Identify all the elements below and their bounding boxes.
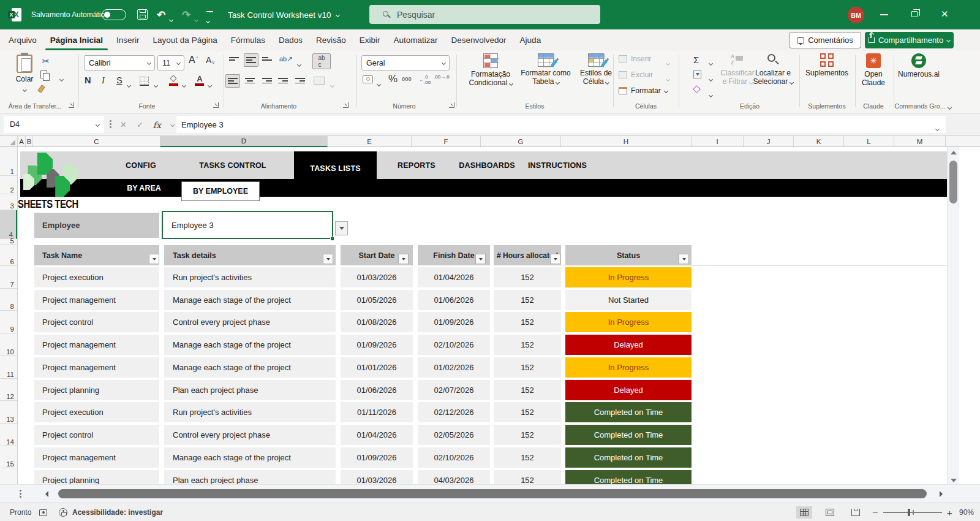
save-icon[interactable] xyxy=(137,9,148,20)
insert-cells-button[interactable]: Inserir xyxy=(619,55,651,63)
formula-input[interactable]: Employee 3 xyxy=(176,116,946,133)
clear-icon[interactable] xyxy=(694,86,699,92)
row-5[interactable]: 5 xyxy=(0,239,17,245)
cell-task-details[interactable]: Manage each stage of the project xyxy=(164,447,336,468)
number-format-select[interactable]: Geral xyxy=(361,55,450,70)
cut-icon[interactable]: ✂ xyxy=(39,56,53,67)
scroll-right-icon[interactable] xyxy=(940,491,943,497)
thousands-icon[interactable]: 000 xyxy=(402,75,412,82)
addins-button[interactable]: Suplementos xyxy=(802,53,851,77)
status-badge[interactable]: In Progress xyxy=(565,357,692,378)
row-13[interactable]: 13 xyxy=(0,401,17,424)
status-badge[interactable]: In Progress xyxy=(565,312,692,332)
font-name-select[interactable]: Calibri xyxy=(84,55,155,70)
row-2[interactable]: 2 xyxy=(0,176,17,194)
tab-revisao[interactable]: Revisão xyxy=(315,34,347,46)
cell-finish-date[interactable]: 02/07/2026 xyxy=(418,380,490,400)
cell-task-name[interactable]: Project planning xyxy=(34,470,159,485)
filter-status[interactable] xyxy=(679,254,689,264)
align-right-icon[interactable] xyxy=(262,77,272,85)
col-L[interactable]: L xyxy=(844,136,894,146)
col-I[interactable]: I xyxy=(692,136,744,146)
row-8[interactable]: 8 xyxy=(0,289,17,311)
tab-pagina-inicial[interactable]: Página Inicial xyxy=(49,34,104,46)
decrease-decimal-icon[interactable]: .00→.0 xyxy=(434,74,450,80)
cell-hours[interactable]: 152 xyxy=(494,290,561,310)
row-14[interactable]: 14 xyxy=(0,424,17,446)
restore-button[interactable] xyxy=(911,11,918,17)
scrollbar-grip-icon[interactable] xyxy=(20,490,22,499)
cell-task-name[interactable]: Project control xyxy=(34,425,159,445)
row-4[interactable]: 4 xyxy=(0,210,17,239)
align-left-icon[interactable] xyxy=(225,74,240,88)
status-badge[interactable]: Delayed xyxy=(565,335,692,355)
accounting-format-icon[interactable] xyxy=(363,75,373,83)
cell-finish-date[interactable]: 01/09/2026 xyxy=(418,312,490,332)
cell-start-date[interactable]: 01/09/2026 xyxy=(341,447,413,468)
increase-font-icon[interactable]: A^ xyxy=(189,55,198,66)
row-6[interactable]: 6 xyxy=(0,245,17,266)
expand-formula-bar-icon[interactable] xyxy=(936,122,939,133)
name-box[interactable]: D4 xyxy=(4,116,104,133)
font-size-select[interactable]: 11 xyxy=(157,55,184,70)
zoom-out-icon[interactable]: − xyxy=(872,503,878,521)
align-middle-icon[interactable] xyxy=(244,53,258,67)
merge-center-icon[interactable] xyxy=(314,77,325,85)
cell-start-date[interactable]: 01/03/2026 xyxy=(341,267,413,287)
tab-ajuda[interactable]: Ajuda xyxy=(519,34,543,46)
status-badge[interactable]: Completed on Time xyxy=(565,447,692,468)
cell-hours[interactable]: 152 xyxy=(494,447,561,468)
collapse-ribbon-icon[interactable] xyxy=(948,102,951,111)
zoom-in-icon[interactable]: + xyxy=(947,503,952,521)
italic-button[interactable]: I xyxy=(102,75,105,86)
cell-start-date[interactable]: 01/04/2026 xyxy=(341,425,413,445)
cell-task-name[interactable]: Project execution xyxy=(34,267,159,287)
select-all-corner[interactable] xyxy=(0,136,18,147)
tab-layout[interactable]: Layout da Página xyxy=(152,34,219,46)
status-badge[interactable]: Completed on Time xyxy=(565,402,692,422)
scroll-left-icon[interactable] xyxy=(45,491,48,497)
cell-finish-date[interactable]: 02/12/2026 xyxy=(418,402,490,422)
increase-decimal-icon[interactable]: ←.0.00 xyxy=(419,74,431,85)
filter-start-date[interactable] xyxy=(398,254,409,264)
decrease-indent-icon[interactable] xyxy=(278,77,288,85)
cell-task-details[interactable]: Manage each stage of the project xyxy=(164,357,336,378)
cell-finish-date[interactable]: 01/02/2026 xyxy=(418,357,490,378)
cell-task-details[interactable]: Run project's activities xyxy=(164,267,336,287)
comments-button[interactable]: Comentários xyxy=(789,32,861,48)
accessibility-status[interactable]: Acessibilidade: investigar xyxy=(59,503,163,521)
search-input[interactable]: Pesquisar xyxy=(369,5,600,24)
tab-arquivo[interactable]: Arquivo xyxy=(7,34,38,46)
header-status[interactable]: Status xyxy=(565,245,692,265)
page-layout-view-icon[interactable] xyxy=(822,506,838,519)
tab-formulas[interactable]: Fórmulas xyxy=(230,34,266,46)
cell-hours[interactable]: 152 xyxy=(494,470,561,485)
vertical-scroll-thumb[interactable] xyxy=(949,161,957,203)
tab-tasks-lists[interactable]: TASKS LISTS xyxy=(294,151,377,186)
row-1[interactable]: 1 xyxy=(0,147,17,176)
cell-task-details[interactable]: Run project's activities xyxy=(164,402,336,422)
employee-dropdown-button[interactable] xyxy=(335,221,348,235)
vertical-scrollbar[interactable] xyxy=(947,147,959,486)
row-10[interactable]: 10 xyxy=(0,333,17,356)
cell-finish-date[interactable]: 02/10/2026 xyxy=(418,447,490,468)
clipboard-dialog-launcher[interactable] xyxy=(69,102,74,108)
scroll-up-icon[interactable] xyxy=(951,151,957,154)
page-break-view-icon[interactable] xyxy=(848,506,864,519)
number-dialog-launcher[interactable] xyxy=(449,102,454,108)
cell-task-details[interactable]: Plan each project phase xyxy=(164,380,336,400)
col-J[interactable]: J xyxy=(744,136,794,146)
cell-start-date[interactable]: 01/03/2026 xyxy=(341,470,413,485)
cell-hours[interactable]: 152 xyxy=(494,335,561,355)
cell-finish-date[interactable]: 04/03/2026 xyxy=(418,470,490,485)
cell-hours[interactable]: 152 xyxy=(494,357,561,378)
delete-cells-button[interactable]: Excluir xyxy=(619,70,653,79)
cell-task-details[interactable]: Control every project phase xyxy=(164,425,336,445)
normal-view-icon[interactable] xyxy=(796,506,812,519)
cell-finish-date[interactable]: 02/05/2026 xyxy=(418,425,490,445)
scroll-down-icon[interactable] xyxy=(951,479,957,482)
enter-formula-icon[interactable]: ✓ xyxy=(137,120,143,129)
autosum-icon[interactable]: Σ xyxy=(693,55,699,65)
copy-icon[interactable] xyxy=(40,70,47,78)
quick-access-customize-icon[interactable] xyxy=(206,11,214,25)
